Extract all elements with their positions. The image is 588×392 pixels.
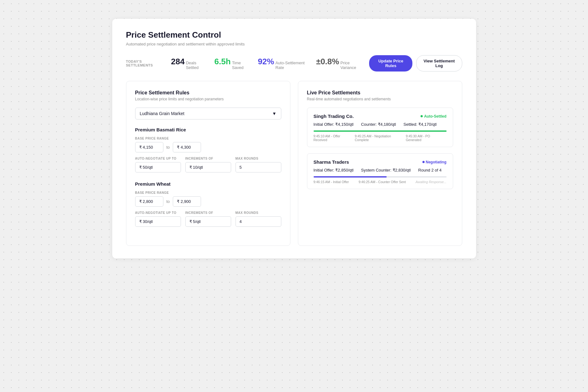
progress-bar-1 <box>314 176 447 177</box>
increments-col-1: INCREMENTS OF <box>185 211 231 227</box>
update-price-rules-button[interactable]: Update Price Rules <box>369 55 412 72</box>
timeline-item-0-0: 9:45:10 AM - Offer Received <box>314 134 355 142</box>
auto-negotiate-label-1: AUTO-NEGOTIATE UP TO <box>135 211 181 215</box>
stats-actions: Update Price Rules View Settlement Log <box>369 55 462 72</box>
status-text-1: Negotiating <box>426 160 447 164</box>
time-value: 6.5h <box>215 57 231 66</box>
price-settlement-rules-panel: Price Settlement Rules Location-wise pri… <box>126 81 290 246</box>
product-name-0: Premium Basmati Rice <box>135 127 281 132</box>
product-section-1: Premium Wheat BASE PRICE RANGE to AUTO-N… <box>135 181 281 227</box>
counter-value-1: System Counter: ₹2,830/qtl <box>361 168 411 172</box>
increments-input-1[interactable] <box>185 216 231 227</box>
settlement-header-0: Singh Trading Co. Auto-Settled <box>314 114 447 119</box>
price-variance-stat: ±0.8% Price Variance <box>316 57 359 70</box>
counter-offer-0: Counter: ₹4,180/qtl <box>361 122 396 127</box>
increments-input-0[interactable] <box>185 162 231 172</box>
dropdown-chevron-icon: ▼ <box>272 111 277 116</box>
settled-value-0: Settled: ₹4,170/qtl <box>404 122 437 127</box>
increments-col-0: INCREMENTS OF <box>185 157 231 172</box>
view-settlement-log-button[interactable]: View Settlement Log <box>416 55 462 72</box>
initial-offer-0: Initial Offer: ₹4,150/qtl <box>314 122 354 127</box>
settlement-card-0: Singh Trading Co. Auto-Settled Initial O… <box>307 108 453 147</box>
increments-label-0: INCREMENTS OF <box>185 157 231 160</box>
initial-offer-value-1: Initial Offer: ₹2,850/qtl <box>314 168 354 172</box>
page-subtitle: Automated price negotiation and settleme… <box>126 42 462 46</box>
page-title: Price Settlement Control <box>126 30 462 40</box>
max-rounds-input-1[interactable] <box>236 216 281 227</box>
deals-unit: Deals Settled <box>186 61 204 70</box>
settlement-card-1: Sharma Traders Negotiating Initial Offer… <box>307 153 453 189</box>
auto-negotiate-input-1[interactable] <box>135 216 181 227</box>
settlement-rate-stat: 92% Auto-Settlement Rate <box>258 57 306 70</box>
increments-label-1: INCREMENTS OF <box>185 211 231 215</box>
round-info-1: Round 2 of 4 <box>418 168 442 172</box>
base-price-label-1: BASE PRICE RANGE <box>135 191 281 194</box>
max-rounds-col-1: MAX ROUNDS <box>236 211 281 227</box>
initial-offer-value-0: Initial Offer: ₹4,150/qtl <box>314 122 354 127</box>
counter-value-0: Counter: ₹4,180/qtl <box>361 122 396 127</box>
min-price-input-0[interactable] <box>135 142 163 152</box>
status-dot-0 <box>421 115 423 117</box>
live-price-settlements-panel: Live Price Settlements Real-time automat… <box>298 81 462 246</box>
location-dropdown-value: Ludhiana Grain Market <box>140 111 184 116</box>
max-rounds-label-0: MAX ROUNDS <box>236 157 281 160</box>
settlement-header-1: Sharma Traders Negotiating <box>314 159 447 165</box>
time-unit: Time Saved <box>232 61 248 70</box>
location-dropdown[interactable]: Ludhiana Grain Market ▼ <box>135 108 281 119</box>
timeline-item-1-0: 9:46:15 AM - Initial Offer <box>314 180 349 184</box>
max-price-input-0[interactable] <box>173 142 201 152</box>
min-price-input-1[interactable] <box>135 196 163 207</box>
price-range-row-0: to <box>135 142 281 152</box>
timeline-0: 9:45:10 AM - Offer Received 9:45:25 AM -… <box>314 134 447 142</box>
to-label-1: to <box>167 199 170 204</box>
timeline-item-0-1: 9:45:25 AM - Negotiation Complete <box>355 134 406 142</box>
right-panel-subtitle: Real-time automated negotiations and set… <box>307 97 453 101</box>
timeline-item-0-2: 9:45:30 AM - PO Generated <box>406 134 447 142</box>
settled-offer-0: Settled: ₹4,170/qtl <box>404 122 437 127</box>
auto-negotiate-label-0: AUTO-NEGOTIATE UP TO <box>135 157 181 160</box>
main-card: Price Settlement Control Automated price… <box>112 19 476 258</box>
counter-offer-1: System Counter: ₹2,830/qtl <box>361 168 411 172</box>
to-label-0: to <box>167 145 170 150</box>
time-saved-stat: 6.5h Time Saved <box>215 57 248 70</box>
deals-settled-stat: 284 Deals Settled <box>171 57 204 70</box>
product-name-1: Premium Wheat <box>135 181 281 187</box>
status-badge-0: Auto-Settled <box>421 114 446 119</box>
variance-value: ±0.8% <box>316 57 339 66</box>
timeline-1: 9:46:15 AM - Initial Offer 9:46:25 AM - … <box>314 180 447 184</box>
max-price-input-1[interactable] <box>173 196 201 207</box>
max-rounds-input-0[interactable] <box>236 162 281 172</box>
page-header: Price Settlement Control Automated price… <box>126 30 462 46</box>
params-row-1: AUTO-NEGOTIATE UP TO INCREMENTS OF MAX R… <box>135 211 281 227</box>
offer-row-0: Initial Offer: ₹4,150/qtl Counter: ₹4,18… <box>314 122 447 127</box>
auto-negotiate-col-1: AUTO-NEGOTIATE UP TO <box>135 211 181 227</box>
stats-section-label: TODAY'S SETTLEMENTS <box>126 60 164 67</box>
progress-fill-0 <box>314 130 447 132</box>
rate-value: 92% <box>258 57 274 66</box>
left-panel-subtitle: Location-wise price limits and negotiati… <box>135 97 281 101</box>
trader-name-0: Singh Trading Co. <box>314 114 354 119</box>
auto-negotiate-input-0[interactable] <box>135 162 181 172</box>
auto-negotiate-col-0: AUTO-NEGOTIATE UP TO <box>135 157 181 172</box>
variance-unit: Price Variance <box>340 61 359 70</box>
initial-offer-1: Initial Offer: ₹2,850/qtl <box>314 168 354 172</box>
status-badge-1: Negotiating <box>422 160 447 164</box>
deals-value: 284 <box>171 57 184 66</box>
left-panel-title: Price Settlement Rules <box>135 90 281 96</box>
round-value-1: Round 2 of 4 <box>418 168 442 172</box>
trader-name-1: Sharma Traders <box>314 159 349 165</box>
max-rounds-label-1: MAX ROUNDS <box>236 211 281 215</box>
base-price-label-0: BASE PRICE RANGE <box>135 137 281 140</box>
params-row-0: AUTO-NEGOTIATE UP TO INCREMENTS OF MAX R… <box>135 157 281 172</box>
rate-unit: Auto-Settlement Rate <box>275 61 306 70</box>
content-area: Price Settlement Rules Location-wise pri… <box>126 81 462 246</box>
status-dot-1 <box>422 161 425 163</box>
right-panel-title: Live Price Settlements <box>307 90 453 96</box>
stats-bar: TODAY'S SETTLEMENTS 284 Deals Settled 6.… <box>126 55 462 72</box>
offer-row-1: Initial Offer: ₹2,850/qtl System Counter… <box>314 168 447 172</box>
product-section-0: Premium Basmati Rice BASE PRICE RANGE to… <box>135 127 281 172</box>
timeline-item-1-2: Awaiting Response... <box>416 180 446 184</box>
progress-fill-1 <box>314 176 387 177</box>
max-rounds-col-0: MAX ROUNDS <box>236 157 281 172</box>
timeline-item-1-1: 9:46:25 AM - Counter Offer Sent <box>359 180 406 184</box>
